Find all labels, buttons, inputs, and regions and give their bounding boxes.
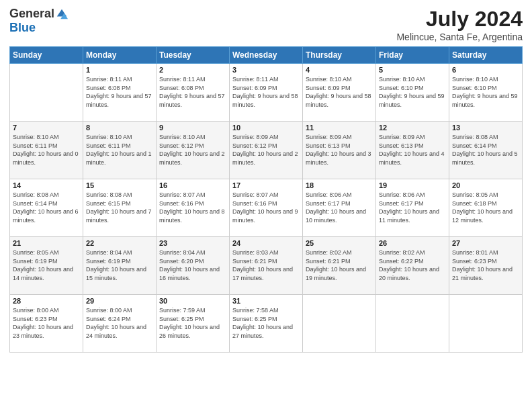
day-number: 24: [232, 239, 300, 247]
day-info: Sunrise: 8:05 AM Sunset: 6:18 PM Dayligh…: [452, 191, 519, 224]
day-info: Sunrise: 8:02 AM Sunset: 6:21 PM Dayligh…: [306, 248, 373, 282]
day-number: 2: [159, 66, 226, 74]
logo-icon: [56, 8, 68, 20]
header-thursday: Thursday: [303, 47, 376, 64]
calendar-cell: 3Sunrise: 8:11 AM Sunset: 6:09 PM Daylig…: [230, 64, 303, 122]
calendar-cell: 9Sunrise: 8:10 AM Sunset: 6:12 PM Daylig…: [157, 122, 230, 179]
day-info: Sunrise: 8:10 AM Sunset: 6:09 PM Dayligh…: [306, 75, 373, 109]
calendar-cell: [449, 295, 523, 353]
day-info: Sunrise: 8:04 AM Sunset: 6:19 PM Dayligh…: [86, 248, 153, 282]
calendar-cell: 8Sunrise: 8:10 AM Sunset: 6:11 PM Daylig…: [83, 122, 157, 179]
day-info: Sunrise: 8:09 AM Sunset: 6:13 PM Dayligh…: [306, 133, 373, 167]
day-number: 5: [379, 66, 446, 74]
header-sunday: Sunday: [10, 47, 83, 64]
calendar: Sunday Monday Tuesday Wednesday Thursday…: [9, 46, 523, 353]
calendar-header-row: Sunday Monday Tuesday Wednesday Thursday…: [10, 47, 523, 64]
calendar-cell: 29Sunrise: 8:00 AM Sunset: 6:24 PM Dayli…: [83, 295, 157, 353]
day-number: 12: [379, 124, 446, 132]
header-saturday: Saturday: [449, 47, 523, 64]
calendar-cell: [10, 64, 83, 122]
page: General Blue July 2024 Melincue, Santa F…: [0, 0, 532, 411]
calendar-cell: 20Sunrise: 8:05 AM Sunset: 6:18 PM Dayli…: [449, 179, 523, 237]
calendar-week-4: 28Sunrise: 8:00 AM Sunset: 6:23 PM Dayli…: [10, 295, 523, 353]
day-number: 30: [159, 297, 226, 305]
calendar-cell: 30Sunrise: 7:59 AM Sunset: 6:25 PM Dayli…: [157, 295, 230, 353]
day-info: Sunrise: 8:01 AM Sunset: 6:23 PM Dayligh…: [452, 248, 519, 282]
day-info: Sunrise: 8:10 AM Sunset: 6:11 PM Dayligh…: [13, 133, 80, 167]
subtitle: Melincue, Santa Fe, Argentina: [396, 32, 523, 42]
calendar-cell: 25Sunrise: 8:02 AM Sunset: 6:21 PM Dayli…: [303, 237, 376, 295]
day-info: Sunrise: 8:08 AM Sunset: 6:15 PM Dayligh…: [86, 191, 153, 224]
calendar-cell: 22Sunrise: 8:04 AM Sunset: 6:19 PM Dayli…: [83, 237, 157, 295]
calendar-week-1: 7Sunrise: 8:10 AM Sunset: 6:11 PM Daylig…: [10, 122, 523, 179]
day-info: Sunrise: 8:05 AM Sunset: 6:19 PM Dayligh…: [13, 248, 80, 282]
day-info: Sunrise: 7:59 AM Sunset: 6:25 PM Dayligh…: [159, 306, 226, 340]
header-monday: Monday: [83, 47, 157, 64]
day-info: Sunrise: 8:08 AM Sunset: 6:14 PM Dayligh…: [452, 133, 519, 167]
calendar-cell: 14Sunrise: 8:08 AM Sunset: 6:14 PM Dayli…: [10, 179, 83, 237]
calendar-cell: 15Sunrise: 8:08 AM Sunset: 6:15 PM Dayli…: [83, 179, 157, 237]
calendar-cell: 12Sunrise: 8:09 AM Sunset: 6:13 PM Dayli…: [376, 122, 449, 179]
day-number: 10: [232, 124, 300, 132]
day-number: 29: [86, 297, 153, 305]
day-info: Sunrise: 8:10 AM Sunset: 6:10 PM Dayligh…: [379, 75, 446, 109]
day-number: 28: [13, 297, 80, 305]
calendar-cell: [303, 295, 376, 353]
day-info: Sunrise: 8:11 AM Sunset: 6:08 PM Dayligh…: [86, 75, 153, 109]
day-number: 3: [232, 66, 300, 74]
main-title: July 2024: [396, 7, 523, 32]
day-number: 21: [13, 239, 80, 247]
day-number: 22: [86, 239, 153, 247]
calendar-cell: 13Sunrise: 8:08 AM Sunset: 6:14 PM Dayli…: [449, 122, 523, 179]
calendar-cell: 16Sunrise: 8:07 AM Sunset: 6:16 PM Dayli…: [157, 179, 230, 237]
day-info: Sunrise: 8:08 AM Sunset: 6:14 PM Dayligh…: [13, 191, 80, 224]
header-friday: Friday: [376, 47, 449, 64]
day-info: Sunrise: 8:07 AM Sunset: 6:16 PM Dayligh…: [232, 191, 300, 224]
day-info: Sunrise: 8:02 AM Sunset: 6:22 PM Dayligh…: [379, 248, 446, 282]
day-number: 25: [306, 239, 373, 247]
calendar-cell: [376, 295, 449, 353]
day-number: 13: [452, 124, 519, 132]
day-info: Sunrise: 8:10 AM Sunset: 6:10 PM Dayligh…: [452, 75, 519, 109]
calendar-cell: 1Sunrise: 8:11 AM Sunset: 6:08 PM Daylig…: [83, 64, 157, 122]
day-number: 27: [452, 239, 519, 247]
day-number: 19: [379, 181, 446, 189]
day-info: Sunrise: 8:10 AM Sunset: 6:12 PM Dayligh…: [159, 133, 226, 167]
day-number: 14: [13, 181, 80, 189]
day-number: 7: [13, 124, 80, 132]
day-number: 18: [306, 181, 373, 189]
calendar-cell: 27Sunrise: 8:01 AM Sunset: 6:23 PM Dayli…: [449, 237, 523, 295]
day-number: 23: [159, 239, 226, 247]
day-number: 17: [232, 181, 300, 189]
calendar-cell: 31Sunrise: 7:58 AM Sunset: 6:25 PM Dayli…: [230, 295, 303, 353]
day-info: Sunrise: 8:11 AM Sunset: 6:08 PM Dayligh…: [159, 75, 226, 109]
calendar-cell: 26Sunrise: 8:02 AM Sunset: 6:22 PM Dayli…: [376, 237, 449, 295]
title-section: July 2024 Melincue, Santa Fe, Argentina: [396, 7, 523, 42]
calendar-cell: 21Sunrise: 8:05 AM Sunset: 6:19 PM Dayli…: [10, 237, 83, 295]
calendar-cell: 2Sunrise: 8:11 AM Sunset: 6:08 PM Daylig…: [157, 64, 230, 122]
calendar-week-3: 21Sunrise: 8:05 AM Sunset: 6:19 PM Dayli…: [10, 237, 523, 295]
day-number: 11: [306, 124, 373, 132]
calendar-cell: 7Sunrise: 8:10 AM Sunset: 6:11 PM Daylig…: [10, 122, 83, 179]
day-info: Sunrise: 8:09 AM Sunset: 6:13 PM Dayligh…: [379, 133, 446, 167]
day-number: 16: [159, 181, 226, 189]
day-number: 20: [452, 181, 519, 189]
calendar-cell: 5Sunrise: 8:10 AM Sunset: 6:10 PM Daylig…: [376, 64, 449, 122]
day-info: Sunrise: 7:58 AM Sunset: 6:25 PM Dayligh…: [232, 306, 300, 340]
header-wednesday: Wednesday: [230, 47, 303, 64]
header-tuesday: Tuesday: [157, 47, 230, 64]
logo-general-text: General: [9, 7, 54, 21]
day-info: Sunrise: 8:11 AM Sunset: 6:09 PM Dayligh…: [232, 75, 300, 109]
calendar-cell: 28Sunrise: 8:00 AM Sunset: 6:23 PM Dayli…: [10, 295, 83, 353]
day-number: 6: [452, 66, 519, 74]
calendar-cell: 10Sunrise: 8:09 AM Sunset: 6:12 PM Dayli…: [230, 122, 303, 179]
calendar-cell: 6Sunrise: 8:10 AM Sunset: 6:10 PM Daylig…: [449, 64, 523, 122]
day-info: Sunrise: 8:04 AM Sunset: 6:20 PM Dayligh…: [159, 248, 226, 282]
calendar-cell: 11Sunrise: 8:09 AM Sunset: 6:13 PM Dayli…: [303, 122, 376, 179]
day-info: Sunrise: 8:07 AM Sunset: 6:16 PM Dayligh…: [159, 191, 226, 224]
day-info: Sunrise: 8:00 AM Sunset: 6:24 PM Dayligh…: [86, 306, 153, 340]
calendar-week-0: 1Sunrise: 8:11 AM Sunset: 6:08 PM Daylig…: [10, 64, 523, 122]
day-info: Sunrise: 8:06 AM Sunset: 6:17 PM Dayligh…: [306, 191, 373, 224]
day-info: Sunrise: 8:06 AM Sunset: 6:17 PM Dayligh…: [379, 191, 446, 224]
calendar-cell: 17Sunrise: 8:07 AM Sunset: 6:16 PM Dayli…: [230, 179, 303, 237]
